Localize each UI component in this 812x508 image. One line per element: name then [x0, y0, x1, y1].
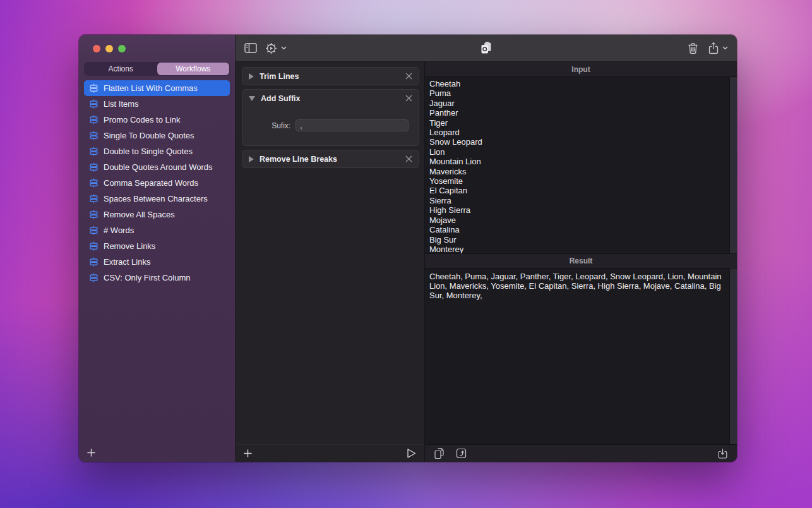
send-result-to-input-button[interactable]	[456, 448, 467, 459]
step-title: Add Suffix	[261, 94, 400, 103]
workflow-list-item[interactable]: CSV: Only First Column	[84, 270, 230, 286]
toggle-sidebar-icon[interactable]	[244, 43, 257, 53]
workflow-list-item[interactable]: Double to Single Quotes	[84, 143, 230, 159]
workflow-label: Comma Separated Words	[104, 178, 198, 188]
app-window: Actions Workflows	[79, 35, 737, 462]
input-line: Panther	[429, 108, 724, 118]
run-settings-dropdown[interactable]	[265, 42, 287, 54]
input-line: Puma	[429, 88, 724, 98]
workflow-list-item[interactable]: # Words	[84, 222, 230, 238]
workflow-icon	[89, 115, 99, 124]
workflow-icon	[89, 273, 99, 282]
workflow-list-item[interactable]: Promo Codes to Link	[84, 112, 230, 128]
input-line: Mountain Lion	[429, 157, 724, 166]
result-area: Cheetah, Puma, Jaguar, Panther, Tiger, L…	[425, 269, 737, 444]
workflow-icon	[89, 257, 99, 267]
disclosure-expanded-icon[interactable]	[249, 96, 255, 101]
workflow-icon	[89, 210, 99, 219]
steps-list: Trim Lines Add Su	[236, 62, 424, 444]
input-line: Jaguar	[429, 99, 724, 108]
workflow-list-item[interactable]: Remove Links	[84, 238, 230, 254]
tab-actions[interactable]: Actions	[85, 63, 157, 75]
input-line: Sierra	[429, 196, 724, 205]
workflow-steps-panel: Trim Lines Add Su	[236, 62, 425, 462]
workflow-icon	[89, 178, 99, 188]
step-title: Remove Line Breaks	[260, 155, 400, 164]
workflow-label: Promo Codes to Link	[104, 115, 180, 124]
add-workflow-button[interactable]	[87, 448, 96, 457]
input-scrollbar-track[interactable]	[729, 77, 737, 253]
add-step-button[interactable]	[243, 449, 253, 458]
input-line: Cheetah	[429, 79, 724, 88]
input-line: Catalina	[429, 225, 724, 234]
tab-workflows[interactable]: Workflows	[157, 63, 230, 75]
workflow-list-item[interactable]: Double Quotes Around Words	[84, 159, 230, 175]
toolbar-left-group	[244, 35, 287, 61]
copy-result-icon[interactable]	[479, 41, 493, 55]
step-options: Sufix:	[242, 107, 419, 145]
step-title: Trim Lines	[260, 72, 400, 81]
input-line: El Capitan	[429, 186, 724, 195]
step-card-add-suffix: Add Suffix Sufix:	[242, 89, 419, 146]
close-window-button[interactable]	[93, 45, 100, 52]
window-titlebar[interactable]	[79, 35, 235, 62]
copy-result-button[interactable]	[434, 447, 445, 459]
save-result-button[interactable]	[717, 448, 728, 459]
suffix-input[interactable]	[296, 119, 409, 131]
input-line: Lion	[429, 147, 724, 157]
workflow-label: Double to Single Quotes	[104, 147, 193, 156]
suffix-field-label: Sufix:	[253, 121, 290, 130]
result-textarea[interactable]: Cheetah, Puma, Jaguar, Panther, Tiger, L…	[425, 269, 737, 301]
input-line: Snow Leopard	[429, 137, 724, 147]
zoom-window-button[interactable]	[118, 45, 126, 52]
steps-bottom-bar	[236, 444, 424, 462]
disclosure-collapsed-icon[interactable]	[249, 156, 254, 162]
trash-icon[interactable]	[688, 42, 698, 54]
main-area: Trim Lines Add Su	[236, 35, 737, 462]
workflow-label: CSV: Only First Column	[104, 273, 191, 282]
workflow-icon	[89, 99, 99, 109]
workflow-label: Extract Links	[104, 257, 150, 267]
step-header[interactable]: Remove Line Breaks	[242, 150, 419, 167]
input-line: Mojave	[429, 215, 724, 225]
io-bottom-bar	[425, 444, 737, 462]
workflow-list-item[interactable]: Spaces Between Characters	[84, 191, 230, 207]
input-textarea[interactable]: Cheetah Puma Jaguar Panther Tiger Leopar…	[425, 77, 737, 253]
workflow-list-item[interactable]: Comma Separated Words	[84, 175, 230, 191]
workflow-label: Double Quotes Around Words	[104, 162, 212, 172]
workflow-label: Single To Double Quotes	[104, 131, 194, 140]
input-header: Input	[425, 62, 737, 77]
share-dropdown[interactable]	[708, 42, 728, 54]
io-panel: Input Cheetah Puma Jaguar Panther	[425, 62, 737, 462]
workflow-label: List Items	[104, 99, 139, 109]
toolbar-right-group	[688, 35, 728, 61]
step-card-remove-line-breaks: Remove Line Breaks	[242, 150, 419, 168]
workflow-icon	[89, 147, 99, 156]
step-header[interactable]: Trim Lines	[242, 68, 419, 85]
workflow-list: Flatten List With Commas List Ite	[79, 80, 235, 286]
input-area: Cheetah Puma Jaguar Panther Tiger Leopar…	[425, 77, 737, 253]
workflow-icon	[89, 194, 99, 203]
workflow-list-item[interactable]: Extract Links	[84, 254, 230, 270]
workflow-list-item[interactable]: List Items	[84, 96, 230, 112]
workflow-icon	[89, 226, 99, 235]
remove-step-icon[interactable]	[405, 73, 412, 80]
result-scrollbar-track[interactable]	[729, 269, 737, 444]
workflow-label: Spaces Between Characters	[104, 194, 208, 203]
workflow-list-item[interactable]: Single To Double Quotes	[84, 128, 230, 143]
share-icon	[708, 42, 719, 54]
step-card-trim-lines: Trim Lines	[242, 67, 419, 85]
workflow-label: # Words	[104, 226, 134, 235]
disclosure-collapsed-icon[interactable]	[249, 73, 254, 80]
step-header[interactable]: Add Suffix	[242, 90, 419, 107]
remove-step-icon[interactable]	[405, 95, 412, 102]
workflow-list-item[interactable]: Remove All Spaces	[84, 207, 230, 222]
gear-icon	[265, 42, 277, 54]
minimize-window-button[interactable]	[105, 45, 113, 52]
toolbar	[236, 35, 737, 62]
remove-step-icon[interactable]	[405, 155, 412, 162]
input-line: Yosemite	[429, 176, 724, 186]
run-workflow-button[interactable]	[406, 448, 417, 459]
workflow-label: Flatten List With Commas	[104, 83, 198, 93]
workflow-list-item[interactable]: Flatten List With Commas	[84, 80, 230, 96]
